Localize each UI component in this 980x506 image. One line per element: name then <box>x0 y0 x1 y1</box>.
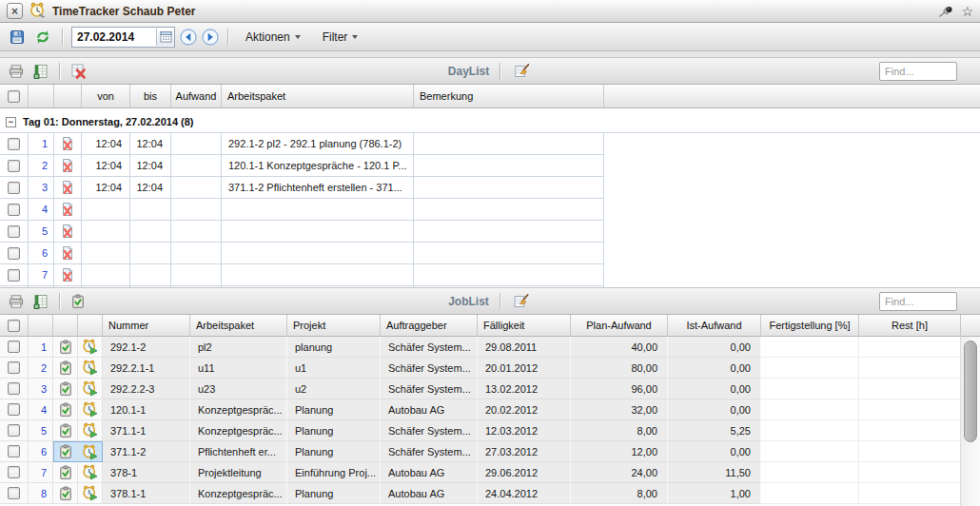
column-header-arbeitspaket[interactable]: Arbeitspaket <box>190 315 287 337</box>
cell-arbeitspaket[interactable]: 371.1-2 Pflichtenheft erstellen - 371... <box>222 177 414 199</box>
cell-arbeitspaket[interactable]: 292.1-2 pl2 - 292.1 planung (786.1-2) <box>222 133 414 155</box>
start-timer-clock-icon[interactable] <box>78 462 103 483</box>
row-checkbox-cell[interactable] <box>0 483 29 504</box>
row-checkbox-cell[interactable] <box>0 264 29 286</box>
cell-rest[interactable] <box>859 441 961 462</box>
select-all-checkbox[interactable] <box>8 320 20 332</box>
delete-entry-icon[interactable] <box>54 264 82 286</box>
cell-rest[interactable] <box>859 358 961 379</box>
row-checkbox-cell[interactable] <box>0 399 29 420</box>
row-checkbox-cell[interactable] <box>0 379 29 399</box>
column-header-bemerkung[interactable]: Bemerkung <box>414 85 604 108</box>
clear-broom-icon[interactable] <box>511 291 532 312</box>
clipboard-check-icon[interactable] <box>68 291 88 312</box>
cell-bis[interactable]: 12:04 <box>130 155 171 177</box>
row-number[interactable]: 3 <box>29 379 53 399</box>
clipboard-check-icon[interactable] <box>53 441 78 462</box>
row-checkbox[interactable] <box>8 487 20 499</box>
calendar-icon[interactable] <box>156 29 174 46</box>
print-icon[interactable] <box>6 61 27 82</box>
row-checkbox[interactable] <box>8 466 20 478</box>
cell-rest[interactable] <box>859 420 961 441</box>
cell-fertigstellung[interactable] <box>761 420 859 441</box>
cell-aufwand[interactable] <box>171 133 222 155</box>
row-checkbox-cell[interactable] <box>0 420 29 441</box>
cell-von[interactable] <box>82 243 130 264</box>
excel-export-icon[interactable] <box>30 61 51 82</box>
row-checkbox[interactable] <box>8 341 20 353</box>
row-number[interactable]: 1 <box>29 337 53 358</box>
column-header-rest[interactable]: Rest [h] <box>859 315 961 337</box>
row-checkbox-cell[interactable] <box>0 199 29 221</box>
delete-entry-icon[interactable] <box>54 133 82 155</box>
cell-bis[interactable] <box>130 221 171 243</box>
cell-aufwand[interactable] <box>171 264 222 286</box>
delete-entry-icon[interactable] <box>54 155 82 177</box>
cell-bis[interactable] <box>130 264 171 286</box>
cell-bemerkung[interactable] <box>414 177 604 199</box>
cell-fertigstellung[interactable] <box>761 483 859 504</box>
start-timer-clock-icon[interactable] <box>78 399 103 420</box>
clipboard-check-icon[interactable] <box>53 379 78 399</box>
row-checkbox[interactable] <box>8 225 20 238</box>
row-checkbox[interactable] <box>8 269 20 282</box>
column-header-fertigstellung[interactable]: Fertigstellung [%] <box>761 315 859 337</box>
cell-bemerkung[interactable] <box>414 155 604 177</box>
save-icon[interactable] <box>7 27 28 48</box>
cell-von[interactable]: 12:04 <box>82 177 130 199</box>
row-number[interactable]: 6 <box>29 441 53 462</box>
clear-broom-icon[interactable] <box>511 61 532 82</box>
cell-fertigstellung[interactable] <box>761 337 859 358</box>
row-checkbox[interactable] <box>8 382 20 395</box>
joblist-scrollbar-thumb[interactable] <box>964 341 977 442</box>
cell-arbeitspaket[interactable] <box>222 221 414 243</box>
row-checkbox[interactable] <box>8 424 20 437</box>
cell-rest[interactable] <box>859 462 961 483</box>
cell-fertigstellung[interactable] <box>761 399 859 420</box>
excel-export-icon[interactable] <box>30 291 51 312</box>
row-checkbox-cell[interactable] <box>0 133 29 155</box>
collapse-group-icon[interactable]: − <box>6 117 16 127</box>
clipboard-check-icon[interactable] <box>53 420 78 441</box>
column-header-aufwand[interactable]: Aufwand <box>171 85 222 108</box>
cell-bis[interactable]: 12:04 <box>130 177 171 199</box>
clipboard-check-icon[interactable] <box>53 358 78 379</box>
row-number[interactable]: 4 <box>29 399 53 420</box>
row-number[interactable]: 8 <box>29 483 53 504</box>
cell-rest[interactable] <box>859 379 961 399</box>
star-icon[interactable]: ☆ <box>961 5 973 18</box>
cell-bemerkung[interactable] <box>414 243 604 264</box>
row-number[interactable]: 6 <box>29 243 54 264</box>
row-checkbox[interactable] <box>8 182 20 194</box>
cell-rest[interactable] <box>859 483 961 504</box>
delete-entry-icon[interactable] <box>54 243 82 264</box>
row-number[interactable]: 7 <box>29 462 53 483</box>
row-number[interactable]: 2 <box>29 358 53 379</box>
start-timer-clock-icon[interactable] <box>78 379 103 399</box>
prev-day-icon[interactable] <box>180 29 197 46</box>
column-header-ist-aufwand[interactable]: Ist-Aufwand <box>668 315 761 337</box>
cell-von[interactable]: 12:04 <box>82 133 130 155</box>
row-checkbox[interactable] <box>8 361 20 374</box>
start-timer-clock-icon[interactable] <box>78 358 103 379</box>
row-checkbox[interactable] <box>8 138 20 150</box>
row-checkbox-cell[interactable] <box>0 358 29 379</box>
date-input[interactable] <box>72 29 156 46</box>
cell-bis[interactable] <box>130 243 171 264</box>
row-number[interactable]: 2 <box>29 155 54 177</box>
cell-bemerkung[interactable] <box>414 133 604 155</box>
cell-von[interactable]: 12:04 <box>82 155 130 177</box>
row-number[interactable]: 4 <box>29 199 54 221</box>
aktionen-menu-button[interactable]: Aktionen <box>237 28 309 47</box>
start-timer-clock-icon[interactable] <box>78 483 103 504</box>
refresh-icon[interactable] <box>32 27 53 48</box>
cell-fertigstellung[interactable] <box>761 358 859 379</box>
joblist-find-input[interactable] <box>879 292 957 311</box>
cell-arbeitspaket[interactable] <box>222 264 414 286</box>
cell-rest[interactable] <box>859 337 961 358</box>
clipboard-check-icon[interactable] <box>53 462 78 483</box>
row-checkbox-cell[interactable] <box>0 243 29 264</box>
select-all-header-cell[interactable] <box>0 315 29 337</box>
cell-bis[interactable]: 12:04 <box>130 133 171 155</box>
cell-fertigstellung[interactable] <box>761 379 859 399</box>
